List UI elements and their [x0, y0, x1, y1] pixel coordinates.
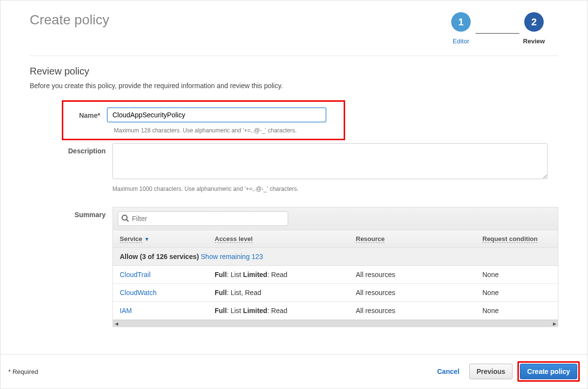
page-container: Create policy 1 Editor 2 Review Review p… — [0, 0, 588, 389]
condition-cell: None — [476, 284, 558, 301]
service-link[interactable]: CloudWatch — [120, 289, 157, 296]
allow-group-row: Allow (3 of 126 services) Show remaining… — [113, 248, 558, 266]
step-label-1: Editor — [453, 37, 469, 45]
section-title: Review policy — [30, 66, 558, 77]
content-area: Create policy 1 Editor 2 Review Review p… — [0, 0, 588, 354]
condition-cell: None — [476, 302, 558, 319]
condition-cell: None — [476, 266, 558, 283]
step-circle-2: 2 — [524, 12, 544, 32]
description-input[interactable] — [112, 143, 548, 179]
header-row: Create policy 1 Editor 2 Review — [30, 12, 558, 45]
column-service[interactable]: Service▼ — [113, 230, 208, 247]
step-circle-1: 1 — [451, 12, 471, 32]
step-connector — [476, 33, 519, 34]
resource-cell: All resources — [349, 302, 476, 319]
step-label-2: Review — [523, 37, 545, 45]
divider — [30, 56, 558, 56]
filter-input[interactable] — [118, 211, 288, 226]
name-label: Name* — [71, 108, 107, 119]
description-label: Description — [30, 143, 112, 155]
previous-button[interactable]: Previous — [469, 364, 513, 379]
summary-filter-bar — [113, 207, 558, 230]
horizontal-scrollbar[interactable]: ◀ ▶ — [113, 320, 558, 327]
access-cell: Full: List, Read — [208, 284, 349, 301]
column-resource[interactable]: Resource — [349, 230, 476, 247]
create-highlight-box: Create policy — [517, 361, 580, 382]
name-highlight-box: Name* Maximum 128 characters. Use alphan… — [62, 100, 345, 140]
scroll-right-icon[interactable]: ▶ — [551, 320, 558, 327]
summary-box: Service▼ Access level Resource Request c… — [112, 207, 558, 327]
footer-buttons: Cancel Previous Create policy — [432, 361, 580, 382]
step-editor[interactable]: 1 Editor — [441, 12, 480, 45]
access-cell: Full: List Limited: Read — [208, 302, 349, 319]
table-row: CloudWatchFull: List, ReadAll resourcesN… — [113, 284, 558, 302]
resource-cell: All resources — [349, 266, 476, 283]
show-remaining-link[interactable]: Show remaining 123 — [201, 253, 263, 260]
service-link[interactable]: IAM — [120, 307, 132, 315]
summary-label: Summary — [30, 207, 112, 219]
resource-cell: All resources — [349, 284, 476, 301]
access-cell: Full: List Limited: Read — [208, 266, 349, 283]
step-review[interactable]: 2 Review — [514, 12, 553, 45]
page-title: Create policy — [30, 12, 109, 28]
service-link[interactable]: CloudTrail — [120, 271, 150, 278]
section-hint: Before you create this policy, provide t… — [30, 82, 558, 90]
column-condition[interactable]: Request condition — [476, 230, 558, 247]
table-row: CloudTrailFull: List Limited: ReadAll re… — [113, 266, 558, 284]
table-row: IAMFull: List Limited: ReadAll resources… — [113, 302, 558, 320]
svg-line-1 — [127, 220, 129, 222]
search-icon — [121, 214, 129, 223]
allow-text: Allow (3 of 126 services) — [120, 253, 201, 260]
scroll-left-icon[interactable]: ◀ — [113, 320, 120, 327]
sort-caret-icon: ▼ — [144, 236, 149, 242]
description-hint: Maximum 1000 characters. Use alphanumeri… — [112, 185, 558, 192]
name-hint: Maximum 128 characters. Use alphanumeric… — [114, 127, 336, 134]
summary-table-header: Service▼ Access level Resource Request c… — [113, 230, 558, 248]
name-input[interactable] — [107, 108, 326, 122]
stepper: 1 Editor 2 Review — [441, 12, 553, 45]
required-note: * Required — [8, 368, 38, 375]
footer: * Required Cancel Previous Create policy — [0, 354, 588, 389]
summary-rows: CloudTrailFull: List Limited: ReadAll re… — [113, 266, 558, 320]
cancel-button[interactable]: Cancel — [432, 364, 464, 379]
column-access[interactable]: Access level — [208, 230, 349, 247]
create-policy-button[interactable]: Create policy — [520, 364, 577, 379]
svg-point-0 — [122, 215, 127, 220]
